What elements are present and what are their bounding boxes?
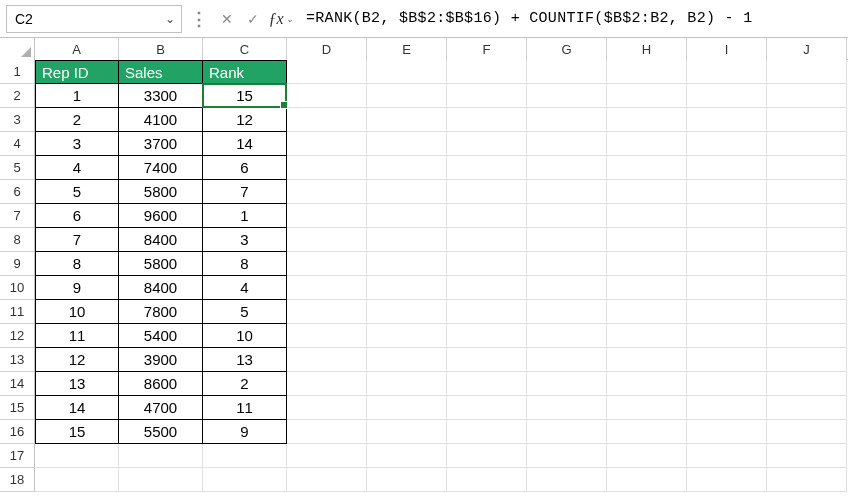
cell[interactable]: [367, 420, 447, 444]
row-header[interactable]: 16: [0, 420, 35, 444]
cell[interactable]: 13: [203, 348, 287, 372]
cell-c2-selected[interactable]: 15: [203, 84, 287, 108]
formula-input[interactable]: =RANK(B2, $B$2:$B$16) + COUNTIF($B$2:B2,…: [302, 5, 842, 33]
cell[interactable]: [767, 156, 847, 180]
cell[interactable]: [367, 84, 447, 108]
cell[interactable]: 3: [35, 132, 119, 156]
cell[interactable]: [527, 372, 607, 396]
cell[interactable]: 1: [203, 204, 287, 228]
cell[interactable]: 9: [203, 420, 287, 444]
cell[interactable]: [767, 60, 847, 84]
cell[interactable]: [607, 372, 687, 396]
cell[interactable]: 13: [35, 372, 119, 396]
row-header[interactable]: 4: [0, 132, 35, 156]
row-header[interactable]: 13: [0, 348, 35, 372]
cell[interactable]: [447, 300, 527, 324]
cell[interactable]: [607, 396, 687, 420]
cell[interactable]: [527, 396, 607, 420]
cell[interactable]: [687, 300, 767, 324]
cell[interactable]: [767, 324, 847, 348]
cell[interactable]: [287, 60, 367, 84]
cell[interactable]: [447, 180, 527, 204]
cell[interactable]: 8400: [119, 276, 203, 300]
cell[interactable]: [367, 60, 447, 84]
cell[interactable]: [367, 180, 447, 204]
cell[interactable]: 2: [35, 108, 119, 132]
cell[interactable]: [527, 276, 607, 300]
cell[interactable]: [287, 420, 367, 444]
cell[interactable]: [607, 276, 687, 300]
cell[interactable]: [607, 444, 687, 468]
cell[interactable]: [447, 420, 527, 444]
cell[interactable]: [607, 132, 687, 156]
cell[interactable]: 4700: [119, 396, 203, 420]
cell[interactable]: [767, 420, 847, 444]
cell[interactable]: [687, 276, 767, 300]
cell[interactable]: [447, 372, 527, 396]
cell[interactable]: [527, 300, 607, 324]
cell[interactable]: 7: [203, 180, 287, 204]
cell[interactable]: [767, 132, 847, 156]
cell[interactable]: [767, 396, 847, 420]
cell[interactable]: [767, 300, 847, 324]
cell[interactable]: 3: [203, 228, 287, 252]
cell[interactable]: 5: [203, 300, 287, 324]
name-box[interactable]: C2 ⌄: [6, 5, 182, 33]
cell[interactable]: 3700: [119, 132, 203, 156]
cell[interactable]: [687, 132, 767, 156]
cell[interactable]: [607, 252, 687, 276]
cell[interactable]: [287, 396, 367, 420]
cell[interactable]: [35, 468, 119, 492]
cell[interactable]: [607, 348, 687, 372]
cell[interactable]: [527, 204, 607, 228]
cell[interactable]: [687, 396, 767, 420]
cell[interactable]: [607, 84, 687, 108]
cell[interactable]: 7400: [119, 156, 203, 180]
cell[interactable]: [607, 300, 687, 324]
cell[interactable]: [527, 324, 607, 348]
cell-b1[interactable]: Sales: [119, 60, 203, 84]
cell[interactable]: 15: [35, 420, 119, 444]
cell[interactable]: 7800: [119, 300, 203, 324]
cell[interactable]: [607, 420, 687, 444]
cell[interactable]: [767, 204, 847, 228]
cell[interactable]: [367, 204, 447, 228]
cell[interactable]: [447, 204, 527, 228]
cell[interactable]: 10: [203, 324, 287, 348]
cell[interactable]: [367, 108, 447, 132]
row-header[interactable]: 11: [0, 300, 35, 324]
fx-icon[interactable]: ƒx⌄: [266, 5, 296, 33]
cell[interactable]: [447, 324, 527, 348]
cell[interactable]: [767, 468, 847, 492]
cell[interactable]: [367, 396, 447, 420]
cell[interactable]: [367, 468, 447, 492]
cell[interactable]: [203, 444, 287, 468]
cell-c1[interactable]: Rank: [203, 60, 287, 84]
row-header[interactable]: 10: [0, 276, 35, 300]
cell[interactable]: [527, 108, 607, 132]
row-header[interactable]: 14: [0, 372, 35, 396]
col-header-b[interactable]: B: [119, 38, 203, 60]
cell[interactable]: [287, 204, 367, 228]
cell[interactable]: 9600: [119, 204, 203, 228]
select-all-corner[interactable]: [0, 38, 35, 60]
cell[interactable]: 8400: [119, 228, 203, 252]
cell[interactable]: 8600: [119, 372, 203, 396]
row-header[interactable]: 8: [0, 228, 35, 252]
cell[interactable]: [687, 228, 767, 252]
cell[interactable]: [767, 276, 847, 300]
cell[interactable]: [607, 60, 687, 84]
cell[interactable]: [767, 444, 847, 468]
cell[interactable]: [287, 132, 367, 156]
cell[interactable]: [287, 180, 367, 204]
cell[interactable]: [447, 228, 527, 252]
cell[interactable]: [687, 324, 767, 348]
cell[interactable]: 12: [203, 108, 287, 132]
cell[interactable]: [687, 84, 767, 108]
cell[interactable]: [767, 108, 847, 132]
cell[interactable]: [527, 156, 607, 180]
cell[interactable]: [527, 84, 607, 108]
cell[interactable]: 2: [203, 372, 287, 396]
cell[interactable]: [607, 324, 687, 348]
cell[interactable]: 4: [35, 156, 119, 180]
